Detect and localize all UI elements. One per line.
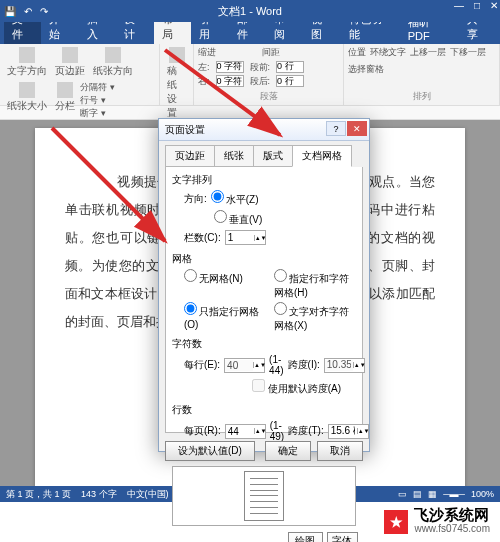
perpage-label: 每页(R): bbox=[184, 424, 221, 438]
grid-label: 网格 bbox=[172, 252, 356, 266]
btn-orientation-label: 纸张方向 bbox=[93, 64, 133, 78]
zoom-slider[interactable]: ─▬─ bbox=[443, 489, 465, 499]
min-icon[interactable]: — bbox=[454, 0, 464, 11]
save-icon[interactable]: 💾 bbox=[4, 6, 16, 17]
close-icon[interactable]: ✕ bbox=[490, 0, 498, 11]
font-settings-button[interactable]: 字体设置(F)... bbox=[327, 532, 358, 542]
char-pitch-label: 跨度(I): bbox=[288, 358, 320, 372]
spinner-arrows-icon[interactable]: ▲▼ bbox=[357, 428, 368, 434]
btn-size[interactable]: 纸张大小 bbox=[4, 81, 50, 120]
annotation-arrow-1 bbox=[165, 50, 305, 152]
view-web-icon[interactable]: ▦ bbox=[428, 489, 437, 499]
radio-snap-grid-input[interactable] bbox=[274, 302, 287, 315]
btn-text-direction-label: 文字方向 bbox=[7, 64, 47, 78]
lines-sect-label: 行数 bbox=[172, 403, 369, 417]
dialog-help-icon[interactable]: ? bbox=[326, 121, 346, 136]
dialog-footer: 设为默认值(D) 确定 取消 bbox=[159, 437, 369, 465]
btn-line-numbers[interactable]: 行号 ▾ bbox=[80, 94, 115, 107]
perline-label: 每行(E): bbox=[184, 358, 220, 372]
preview-page-icon bbox=[244, 471, 284, 521]
text-arrange-label: 文字排列 bbox=[172, 173, 356, 187]
dialog-body: 文字排列 方向: 水平(Z) 垂直(V) 栏数(C): ▲▼ 网格 无网格(N)… bbox=[165, 167, 363, 433]
qat: 💾 ↶ ↷ bbox=[4, 6, 48, 17]
perline-hint: (1-44) bbox=[269, 354, 283, 376]
cols-input[interactable] bbox=[226, 232, 254, 243]
watermark: ★ 飞沙系统网 www.fs0745.com bbox=[384, 508, 490, 536]
btn-bring-fwd[interactable]: 上移一层 bbox=[410, 46, 446, 59]
undo-icon[interactable]: ↶ bbox=[24, 6, 32, 17]
radio-line-grid[interactable]: 只指定行网格(O) bbox=[184, 302, 266, 333]
spinner-arrows-icon[interactable]: ▲▼ bbox=[254, 235, 265, 241]
btn-text-direction[interactable]: 文字方向 bbox=[4, 46, 50, 79]
section-chars: 字符数 每行(E): ▲▼ (1-44) 跨度(I): ▲▼ 使用默认跨度(A) bbox=[172, 337, 365, 399]
redo-icon[interactable]: ↷ bbox=[40, 6, 48, 17]
page-setup-dialog: 页面设置 ? ✕ 页边距 纸张 版式 文档网格 文字排列 方向: 水平(Z) 垂… bbox=[158, 118, 370, 452]
group-arrange: 位置 环绕文字 上移一层 下移一层 选择窗格 排列 bbox=[344, 44, 500, 105]
status-page[interactable]: 第 1 页，共 1 页 bbox=[6, 488, 71, 501]
group-page-setup: 文字方向 页边距 纸张方向 纸张大小 分栏 分隔符 ▾ 行号 ▾ 断字 ▾ 页面… bbox=[0, 44, 160, 105]
status-words[interactable]: 143 个字 bbox=[81, 488, 117, 501]
btn-orientation[interactable]: 纸张方向 bbox=[90, 46, 136, 79]
line-pitch-label: 跨度(T): bbox=[288, 424, 324, 438]
spinner-arrows-icon[interactable]: ▲▼ bbox=[253, 362, 264, 368]
radio-char-grid-input[interactable] bbox=[274, 269, 287, 282]
char-pitch-spinner[interactable]: ▲▼ bbox=[324, 358, 365, 373]
watermark-url: www.fs0745.com bbox=[414, 522, 490, 536]
view-print-icon[interactable]: ▤ bbox=[413, 489, 422, 499]
line-pitch-spinner[interactable]: ▲▼ bbox=[328, 424, 369, 439]
svg-line-1 bbox=[52, 128, 165, 241]
line-pitch-input[interactable] bbox=[329, 426, 357, 437]
window-title: 文档1 - Word bbox=[218, 4, 282, 19]
annotation-arrow-2 bbox=[52, 128, 182, 260]
btn-selection-pane[interactable]: 选择窗格 bbox=[348, 63, 384, 76]
btn-breaks[interactable]: 分隔符 ▾ bbox=[80, 81, 115, 94]
view-read-icon[interactable]: ▭ bbox=[398, 489, 407, 499]
radio-no-grid[interactable]: 无网格(N) bbox=[184, 269, 266, 300]
btn-send-back[interactable]: 下移一层 bbox=[450, 46, 486, 59]
btn-columns[interactable]: 分栏 bbox=[52, 81, 78, 120]
perpage-input[interactable] bbox=[226, 426, 254, 437]
default-pitch-input[interactable] bbox=[252, 379, 265, 392]
perline-spinner[interactable]: ▲▼ bbox=[224, 358, 265, 373]
char-pitch-input[interactable] bbox=[325, 360, 353, 371]
spinner-arrows-icon[interactable]: ▲▼ bbox=[254, 428, 265, 434]
radio-vertical-input[interactable] bbox=[214, 210, 227, 223]
btn-margins-label: 页边距 bbox=[55, 64, 85, 78]
app-titlebar: 💾 ↶ ↷ 文档1 - Word — □ ✕ bbox=[0, 0, 500, 22]
radio-vertical[interactable]: 垂直(V) bbox=[214, 210, 262, 227]
watermark-text: 飞沙系统网 bbox=[414, 508, 490, 522]
radio-snap-grid[interactable]: 文字对齐字符网格(X) bbox=[274, 302, 356, 333]
chars-label: 字符数 bbox=[172, 337, 365, 351]
dialog-close-icon[interactable]: ✕ bbox=[347, 121, 367, 136]
status-lang[interactable]: 中文(中国) bbox=[127, 488, 169, 501]
cols-spinner[interactable]: ▲▼ bbox=[225, 230, 266, 245]
max-icon[interactable]: □ bbox=[474, 0, 480, 11]
radio-char-grid[interactable]: 指定行和字符网格(H) bbox=[274, 269, 356, 300]
btn-hyphenation[interactable]: 断字 ▾ bbox=[80, 107, 115, 120]
ok-button[interactable]: 确定 bbox=[265, 441, 311, 461]
group-arrange-label: 排列 bbox=[348, 90, 495, 103]
preview-box bbox=[172, 466, 356, 526]
btn-position[interactable]: 位置 bbox=[348, 46, 366, 59]
section-text-arrange: 文字排列 方向: 水平(Z) 垂直(V) 栏数(C): ▲▼ bbox=[172, 173, 356, 248]
section-grid: 网格 无网格(N) 指定行和字符网格(H) 只指定行网格(O) 文字对齐字符网格… bbox=[172, 252, 356, 333]
svg-line-0 bbox=[165, 50, 280, 135]
radio-horizontal-input[interactable] bbox=[211, 190, 224, 203]
btn-margins[interactable]: 页边距 bbox=[52, 46, 88, 79]
radio-horizontal[interactable]: 水平(Z) bbox=[211, 190, 259, 207]
perline-input[interactable] bbox=[225, 360, 253, 371]
perpage-hint: (1-49) bbox=[270, 420, 284, 442]
btn-wrap[interactable]: 环绕文字 bbox=[370, 46, 406, 59]
zoom-value[interactable]: 100% bbox=[471, 489, 494, 499]
cancel-button[interactable]: 取消 bbox=[317, 441, 363, 461]
direction-label: 方向: bbox=[184, 192, 207, 206]
radio-no-grid-input[interactable] bbox=[184, 269, 197, 282]
perpage-spinner[interactable]: ▲▼ bbox=[225, 424, 266, 439]
btn-columns-label: 分栏 bbox=[55, 99, 75, 113]
draw-grid-button[interactable]: 绘图网格(W)... bbox=[288, 532, 322, 542]
cols-label: 栏数(C): bbox=[184, 231, 221, 245]
default-pitch-cb[interactable]: 使用默认跨度(A) bbox=[252, 379, 341, 396]
radio-line-grid-input[interactable] bbox=[184, 302, 197, 315]
spinner-arrows-icon[interactable]: ▲▼ bbox=[353, 362, 364, 368]
set-default-button[interactable]: 设为默认值(D) bbox=[165, 441, 255, 461]
